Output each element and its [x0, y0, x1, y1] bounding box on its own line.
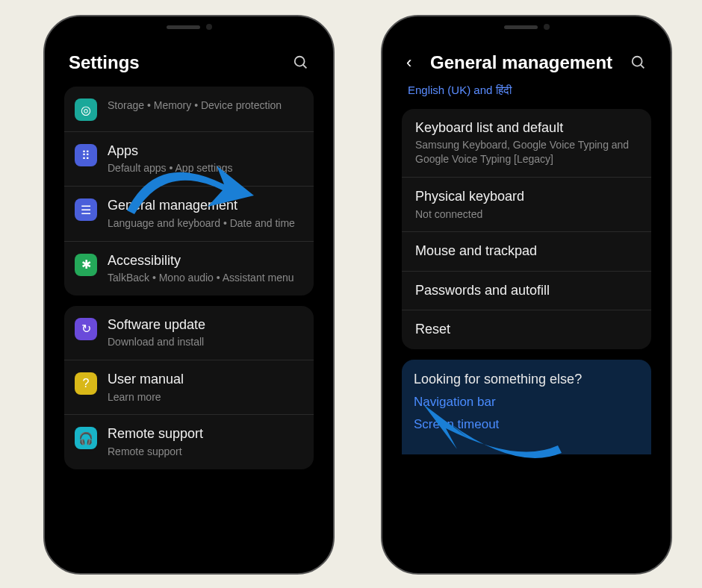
power-button — [333, 143, 335, 203]
settings-sliders-icon: ☰ — [75, 198, 97, 221]
notch — [459, 16, 594, 37]
list-item-physical-keyboard[interactable]: Physical keyboard Not connected — [402, 178, 651, 232]
list-item-remote-support[interactable]: 🎧 Remote support Remote support — [64, 415, 314, 469]
screen: ‹ General management English (UK) and हि… — [393, 27, 660, 563]
svg-point-0 — [295, 57, 305, 66]
list-item-accessibility[interactable]: ✱ Accessibility TalkBack • Mono audio • … — [64, 242, 314, 295]
link-screen-timeout[interactable]: Screen timeout — [414, 417, 639, 432]
settings-group-1: ◎ Storage • Memory • Device protection ⠿… — [64, 87, 314, 295]
list-item-general-management[interactable]: ☰ General management Language and keyboa… — [64, 187, 314, 241]
volume-button — [381, 102, 382, 129]
page-title: General management — [430, 52, 623, 73]
back-icon[interactable]: ‹ — [406, 53, 423, 72]
list-item-reset[interactable]: Reset — [402, 310, 651, 348]
settings-group-2: ↻ Software update Download and install ?… — [64, 306, 314, 469]
volume-button — [381, 196, 382, 242]
headset-icon: 🎧 — [75, 427, 97, 449]
settings-group: Keyboard list and default Samsung Keyboa… — [402, 109, 651, 349]
phone-mock-right: ‹ General management English (UK) and हि… — [381, 15, 672, 575]
power-button — [671, 143, 672, 203]
search-icon[interactable] — [293, 54, 309, 71]
page-title: Settings — [69, 52, 285, 73]
link-navigation-bar[interactable]: Navigation bar — [414, 395, 639, 410]
list-item-user-manual[interactable]: ? User manual Learn more — [64, 360, 314, 415]
list-item-software-update[interactable]: ↻ Software update Download and install — [64, 306, 314, 360]
looking-for-panel: Looking for something else? Navigation b… — [402, 360, 651, 454]
volume-button — [43, 196, 45, 242]
list-item-keyboard-list[interactable]: Keyboard list and default Samsung Keyboa… — [402, 109, 651, 178]
volume-button — [43, 102, 45, 129]
looking-for-title: Looking for something else? — [414, 372, 639, 387]
search-icon[interactable] — [630, 54, 647, 71]
list-item-apps[interactable]: ⠿ Apps Default apps • App settings — [64, 132, 314, 187]
phone-mock-left: Settings ◎ Storage • Memory • Device pro… — [43, 15, 335, 575]
list-item-passwords-autofill[interactable]: Passwords and autofill — [402, 272, 651, 310]
apps-icon: ⠿ — [75, 144, 97, 166]
svg-line-1 — [303, 65, 307, 69]
accessibility-icon: ✱ — [75, 254, 97, 276]
svg-line-3 — [641, 65, 644, 69]
language-link[interactable]: English (UK) and हिंदी — [393, 82, 660, 104]
notch — [122, 16, 256, 37]
volume-button — [381, 140, 382, 186]
list-item-device-care[interactable]: ◎ Storage • Memory • Device protection — [64, 87, 314, 132]
update-icon: ↻ — [75, 318, 97, 340]
manual-icon: ? — [75, 372, 97, 395]
screen: Settings ◎ Storage • Memory • Device pro… — [55, 27, 323, 563]
volume-button — [43, 140, 45, 186]
storage-icon: ◎ — [75, 98, 97, 121]
svg-point-2 — [633, 57, 642, 66]
list-item-mouse-trackpad[interactable]: Mouse and trackpad — [402, 232, 651, 271]
